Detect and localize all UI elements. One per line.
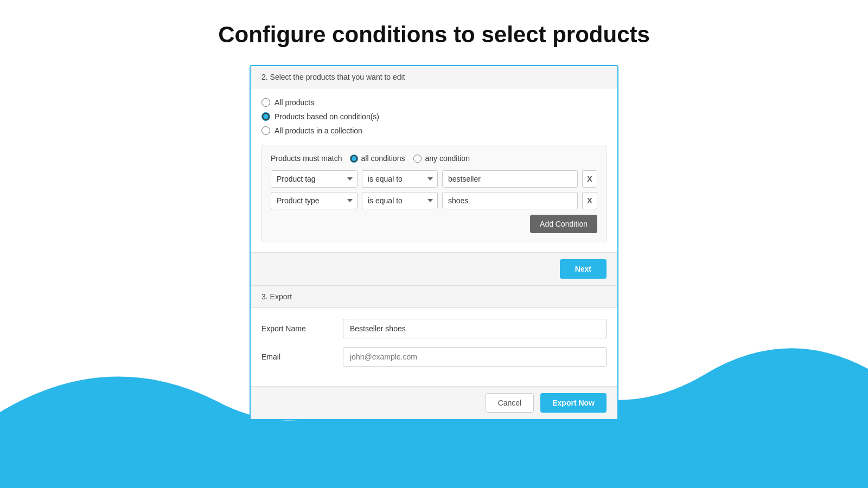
- section-2-footer: Next: [251, 252, 617, 285]
- radio-all-products-input[interactable]: [261, 98, 270, 107]
- match-label: Products must match: [271, 154, 342, 163]
- export-name-row: Export Name: [261, 319, 607, 338]
- radio-all-in-collection-label: All products in a collection: [275, 126, 362, 135]
- condition-2-remove-button[interactable]: X: [582, 192, 597, 209]
- radio-all-products[interactable]: All products: [261, 98, 607, 107]
- radio-based-on-conditions-input[interactable]: [261, 112, 270, 121]
- radio-all-in-collection-input[interactable]: [261, 126, 270, 135]
- add-condition-row: Add Condition: [271, 215, 597, 233]
- email-label: Email: [261, 352, 332, 361]
- section-3: 3. Export Export Name Email Cancel Expor…: [251, 285, 617, 419]
- export-name-input[interactable]: [343, 319, 607, 338]
- match-any-condition-label: any condition: [425, 154, 470, 163]
- radio-based-on-conditions[interactable]: Products based on condition(s): [261, 112, 607, 121]
- condition-2-operator-select[interactable]: is equal to is not equal to contains doe…: [362, 192, 438, 209]
- condition-1-field-select[interactable]: Product tag Product type Product vendor …: [271, 170, 358, 188]
- match-all-conditions[interactable]: all conditions: [350, 154, 405, 163]
- match-row: Products must match all conditions any c…: [271, 154, 597, 163]
- condition-1-remove-button[interactable]: X: [582, 170, 597, 188]
- page-title: Configure conditions to select products: [218, 22, 650, 48]
- main-card: 2. Select the products that you want to …: [250, 65, 618, 420]
- email-input[interactable]: [343, 347, 607, 367]
- conditions-box: Products must match all conditions any c…: [261, 145, 607, 242]
- match-radio-group: all conditions any condition: [350, 154, 470, 163]
- match-any-condition[interactable]: any condition: [413, 154, 470, 163]
- match-all-conditions-label: all conditions: [361, 154, 405, 163]
- match-all-conditions-input[interactable]: [350, 155, 358, 163]
- radio-based-on-conditions-label: Products based on condition(s): [275, 112, 379, 121]
- section-2: 2. Select the products that you want to …: [251, 66, 617, 285]
- cancel-button[interactable]: Cancel: [486, 393, 534, 413]
- radio-all-products-label: All products: [275, 98, 314, 107]
- export-footer: Cancel Export Now: [251, 386, 617, 419]
- email-row: Email: [261, 347, 607, 367]
- condition-row-1: Product tag Product type Product vendor …: [271, 170, 597, 188]
- export-name-label: Export Name: [261, 324, 332, 333]
- condition-2-field-select[interactable]: Product tag Product type Product vendor …: [271, 192, 358, 209]
- section-2-header: 2. Select the products that you want to …: [251, 66, 617, 88]
- add-condition-button[interactable]: Add Condition: [530, 215, 597, 233]
- section-3-body: Export Name Email: [251, 308, 617, 386]
- condition-1-operator-select[interactable]: is equal to is not equal to contains doe…: [362, 170, 438, 188]
- section-3-header: 3. Export: [251, 286, 617, 308]
- condition-2-value-input[interactable]: [442, 192, 578, 209]
- next-button[interactable]: Next: [560, 259, 607, 279]
- export-now-button[interactable]: Export Now: [540, 393, 607, 413]
- condition-1-value-input[interactable]: [442, 170, 578, 188]
- section-2-body: All products Products based on condition…: [251, 88, 617, 252]
- radio-all-in-collection[interactable]: All products in a collection: [261, 126, 607, 135]
- condition-row-2: Product tag Product type Product vendor …: [271, 192, 597, 209]
- product-selection-radio-group: All products Products based on condition…: [261, 98, 607, 135]
- match-any-condition-input[interactable]: [413, 155, 422, 163]
